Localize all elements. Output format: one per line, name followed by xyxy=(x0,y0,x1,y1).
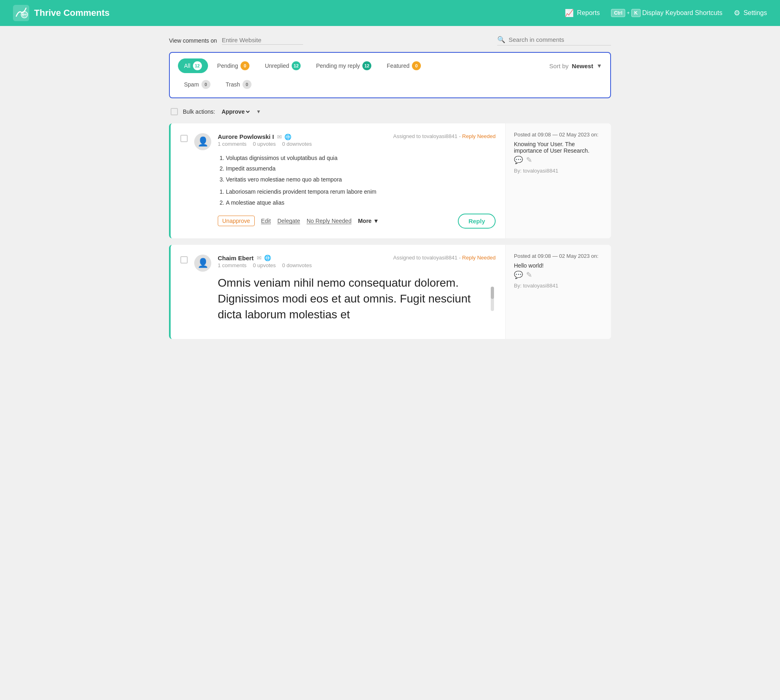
bulk-actions-bar: Bulk actions: Approve Delete Spam ▼ xyxy=(169,105,611,119)
comment-1-actions: Unapprove Edit Delegate No Reply Needed … xyxy=(218,214,496,229)
comment-1-more-button[interactable]: More ▼ xyxy=(358,218,379,224)
tab-spam-label: Spam xyxy=(184,81,199,88)
comment-1-post-title: Knowing Your User. The importance of Use… xyxy=(514,141,603,154)
globe-icon-2[interactable]: 🌐 xyxy=(264,255,271,261)
main-content: View comments on 🔍 All 12 Pending 0 xyxy=(162,26,618,355)
keyboard-shortcuts-label: Display Keyboard Shortcuts xyxy=(642,9,722,17)
comment-1-delegate-button[interactable]: Delegate xyxy=(277,218,300,224)
tab-spam[interactable]: Spam 0 xyxy=(178,77,217,92)
comment-1-stats: 1 comments 0 upvotes 0 downvotes xyxy=(218,141,316,147)
comment-1-body: Voluptas dignissimos ut voluptatibus ad … xyxy=(218,153,496,207)
comment-1-no-reply-button[interactable]: No Reply Needed xyxy=(307,218,352,224)
sort-value: Newest xyxy=(572,63,594,69)
app-title: Thrive Comments xyxy=(34,8,110,18)
comment-1-list-item: Voluptas dignissimos ut voluptatibus ad … xyxy=(226,153,496,162)
more-chevron-icon: ▼ xyxy=(373,218,379,224)
comment-inner-2: 👤 Chaim Ebert ✉ 🌐 1 comments xyxy=(171,245,505,339)
view-comments-input[interactable] xyxy=(222,37,303,45)
main-header: Thrive Comments 📈 Reports Ctrl + K Displ… xyxy=(0,0,780,26)
settings-label: Settings xyxy=(743,9,767,17)
comment-1-author: Aurore Powlowski I xyxy=(218,133,274,140)
comment-2-post-actions: 💬 ✎ xyxy=(514,270,603,279)
settings-nav[interactable]: ⚙ Settings xyxy=(734,9,767,17)
comment-1-main: Aurore Powlowski I ✉ 🌐 1 comments 0 upvo… xyxy=(218,133,496,229)
avatar-person-icon-2: 👤 xyxy=(197,258,208,268)
scrollbar-thumb xyxy=(491,287,494,299)
bulk-actions-label: Bulk actions: xyxy=(183,108,215,115)
edit-post-icon[interactable]: ✎ xyxy=(526,156,532,164)
reports-icon: 📈 xyxy=(565,9,574,17)
tab-pending[interactable]: Pending 0 xyxy=(211,58,256,73)
tab-unreplied-label: Unreplied xyxy=(265,63,289,69)
comment-post-icon[interactable]: 💬 xyxy=(514,156,523,164)
comment-1-assigned-to: Assigned to tovaloyasi8841 xyxy=(393,133,457,139)
bulk-select-all-checkbox[interactable] xyxy=(171,108,178,115)
comment-1-posted-at: Posted at 09:08 — 02 May 2023 on: xyxy=(514,132,603,138)
tab-trash[interactable]: Trash 0 xyxy=(220,77,258,92)
top-bar: View comments on 🔍 xyxy=(169,36,611,45)
comment-2-reply-needed: Reply Needed xyxy=(462,255,496,261)
search-input[interactable] xyxy=(509,36,606,43)
search-section: 🔍 xyxy=(497,36,611,45)
sort-section[interactable]: Sort by Newest ▼ xyxy=(549,63,602,69)
scrollbar[interactable] xyxy=(491,287,494,311)
comment-1-list-item: Impedit assumenda xyxy=(226,164,496,173)
comment-1-checkbox[interactable] xyxy=(180,135,188,142)
tab-pending-label: Pending xyxy=(217,63,238,69)
tab-all[interactable]: All 12 xyxy=(178,58,208,73)
sort-chevron-icon: ▼ xyxy=(596,63,602,69)
tab-spam-badge: 0 xyxy=(202,80,210,89)
comment-post-icon-2[interactable]: 💬 xyxy=(514,270,523,279)
comment-1-reply-needed: Reply Needed xyxy=(462,133,496,139)
comment-2-upvotes: 0 upvotes xyxy=(253,262,275,268)
settings-icon: ⚙ xyxy=(734,9,740,17)
reports-nav[interactable]: 📈 Reports xyxy=(565,9,600,17)
comment-1-reply-button[interactable]: Reply xyxy=(458,214,496,229)
comment-1-sidebar: Posted at 09:08 — 02 May 2023 on: Knowin… xyxy=(505,123,611,238)
tab-pending-badge: 0 xyxy=(240,61,249,70)
tab-all-badge: 12 xyxy=(193,61,202,70)
tab-trash-label: Trash xyxy=(226,81,240,88)
globe-icon[interactable]: 🌐 xyxy=(284,134,291,140)
comment-1-header: Aurore Powlowski I ✉ 🌐 1 comments 0 upvo… xyxy=(218,133,496,151)
comment-2-body-text: Omnis veniam nihil nemo consequatur dolo… xyxy=(218,275,488,323)
tab-featured-badge: 0 xyxy=(412,61,421,70)
reports-label: Reports xyxy=(577,9,600,17)
bulk-actions-select[interactable]: Approve Delete Spam xyxy=(220,108,251,115)
comment-1-edit-button[interactable]: Edit xyxy=(261,218,271,224)
filter-tabs-row: All 12 Pending 0 Unreplied 12 Pending my… xyxy=(178,58,602,73)
filter-tabs-left: All 12 Pending 0 Unreplied 12 Pending my… xyxy=(178,58,427,73)
comment-2-author: Chaim Ebert xyxy=(218,255,254,261)
logo-icon xyxy=(13,5,29,21)
edit-post-icon-2[interactable]: ✎ xyxy=(526,270,532,279)
comment-1-unapprove-button[interactable]: Unapprove xyxy=(218,216,255,226)
tab-featured-label: Featured xyxy=(387,63,410,69)
view-comments-label: View comments on xyxy=(169,37,217,44)
comment-card: 👤 Aurore Powlowski I ✉ 🌐 1 comments xyxy=(169,123,611,238)
comment-2-count: 1 comments xyxy=(218,262,247,268)
email-icon-2[interactable]: ✉ xyxy=(257,255,262,261)
comment-2-meta-icons: ✉ 🌐 xyxy=(257,255,271,261)
filter-section: All 12 Pending 0 Unreplied 12 Pending my… xyxy=(169,52,611,98)
tab-featured[interactable]: Featured 0 xyxy=(381,58,427,73)
tab-unreplied[interactable]: Unreplied 12 xyxy=(259,58,307,73)
comment-1-list-item: Veritatis vero molestiae nemo quo ab tem… xyxy=(226,175,496,184)
tab-pending-my-reply-label: Pending my reply xyxy=(316,63,360,69)
kbd-plus: + xyxy=(627,10,630,16)
comment-2-post-author: By: tovaloyasi8841 xyxy=(514,283,603,289)
tab-pending-my-reply[interactable]: Pending my reply 12 xyxy=(310,58,377,73)
comment-1-assigned: Assigned to tovaloyasi8841 - Reply Neede… xyxy=(393,133,496,139)
view-comments-section: View comments on xyxy=(169,37,303,45)
comment-1-downvotes: 0 downvotes xyxy=(282,141,312,147)
comment-1-more-label: More xyxy=(358,218,371,224)
comment-2-post-title: Hello world! xyxy=(514,262,603,269)
filter-tabs-row2: Spam 0 Trash 0 xyxy=(178,77,602,92)
tab-unreplied-badge: 12 xyxy=(292,61,301,70)
search-icon: 🔍 xyxy=(497,36,505,43)
comment-card: 👤 Chaim Ebert ✉ 🌐 1 comments xyxy=(169,245,611,339)
sort-label: Sort by xyxy=(549,63,569,69)
comment-2-checkbox[interactable] xyxy=(180,256,188,264)
email-icon[interactable]: ✉ xyxy=(277,134,282,140)
keyboard-shortcuts-nav[interactable]: Ctrl + K Display Keyboard Shortcuts xyxy=(611,9,722,17)
comment-2-body: Omnis veniam nihil nemo consequatur dolo… xyxy=(218,275,496,323)
